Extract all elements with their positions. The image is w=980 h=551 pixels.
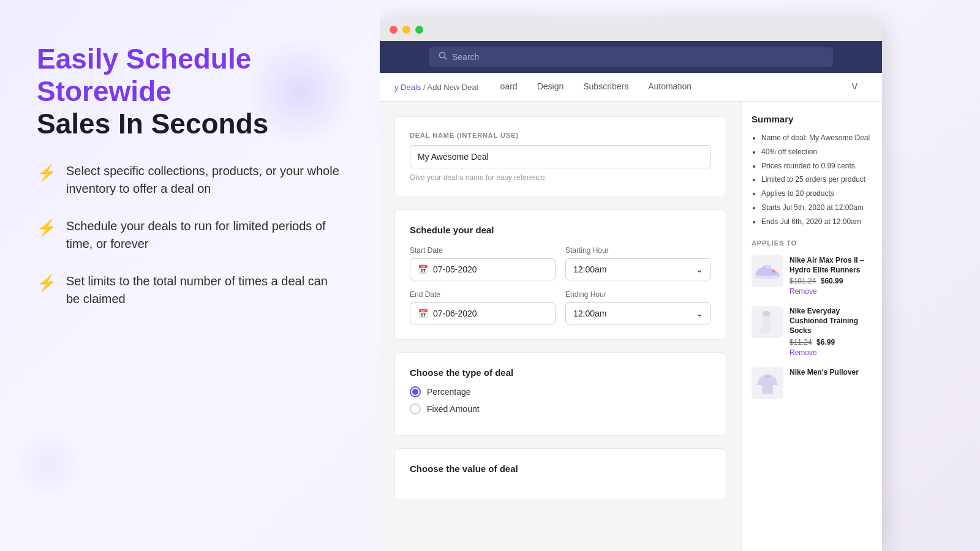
ending-hour-field: Ending Hour 12:00am ⌄ bbox=[565, 290, 711, 324]
browser-searchbar: Search bbox=[380, 41, 882, 73]
product-info-0: Nike Air Max Pros II – Hydro Elite Runne… bbox=[790, 255, 872, 296]
svg-point-2 bbox=[772, 269, 775, 272]
schedule-title: Schedule your deal bbox=[410, 225, 711, 235]
starting-hour-select[interactable]: 12:00am ⌄ bbox=[565, 258, 711, 280]
bolt-icon-3: ⚡ bbox=[37, 274, 56, 293]
browser-titlebar bbox=[380, 18, 882, 41]
feature-text-1: Select specific collections, products, o… bbox=[66, 162, 343, 198]
radio-fixed-amount[interactable]: Fixed Amount bbox=[410, 403, 711, 414]
tab-extra[interactable]: V bbox=[842, 73, 867, 101]
product-img-1 bbox=[752, 306, 783, 338]
remove-link-1[interactable]: Remove bbox=[790, 348, 817, 357]
bolt-icon-1: ⚡ bbox=[37, 163, 56, 182]
start-date-label: Start Date bbox=[410, 246, 556, 255]
bolt-icon-2: ⚡ bbox=[37, 219, 56, 238]
summary-item-2: Prices rounded to 0.99 cents. bbox=[761, 161, 872, 171]
window-minimize-button[interactable] bbox=[402, 26, 410, 34]
feature-text-3: Set limits to the total number of times … bbox=[66, 272, 343, 308]
end-date-field: End Date 📅 07-06-2020 bbox=[410, 290, 556, 324]
start-date-field: Start Date 📅 07-05-2020 bbox=[410, 246, 556, 280]
tab-automation[interactable]: Automation bbox=[638, 73, 701, 101]
ending-hour-label: Ending Hour bbox=[565, 290, 711, 299]
radio-label-percentage: Percentage bbox=[427, 387, 471, 397]
nav-tabs: oard Design Subscribers Automation bbox=[491, 73, 701, 101]
summary-sidebar: Summary Name of deal: My Awesome Deal 40… bbox=[741, 102, 882, 551]
summary-item-1: 40% off selection bbox=[761, 147, 872, 157]
product-name-0: Nike Air Max Pros II – Hydro Elite Runne… bbox=[790, 255, 872, 275]
deal-type-card: Choose the type of deal Percentage Fixed… bbox=[394, 352, 726, 436]
product-old-price-1: $11.24 bbox=[790, 338, 812, 347]
tab-board[interactable]: oard bbox=[491, 73, 527, 101]
left-panel: Easily Schedule Storewide Sales In Secon… bbox=[0, 0, 380, 551]
summary-item-0: Name of deal: My Awesome Deal bbox=[761, 133, 872, 143]
product-name-1: Nike Everyday Cushioned Training Socks bbox=[790, 306, 872, 336]
feature-text-2: Schedule your deals to run for limited p… bbox=[66, 217, 343, 253]
starting-hour-field: Starting Hour 12:00am ⌄ bbox=[565, 246, 711, 280]
date-grid: Start Date 📅 07-05-2020 Starting Hour 12… bbox=[410, 246, 711, 324]
feature-list: ⚡ Select specific collections, products,… bbox=[37, 162, 343, 308]
search-text: Search bbox=[452, 52, 479, 62]
product-item-1: Nike Everyday Cushioned Training Socks $… bbox=[752, 306, 872, 358]
radio-percentage[interactable]: Percentage bbox=[410, 386, 711, 397]
start-date-value: 07-05-2020 bbox=[433, 264, 477, 274]
deal-name-input[interactable] bbox=[410, 145, 711, 168]
feature-item-2: ⚡ Schedule your deals to run for limited… bbox=[37, 217, 343, 253]
product-item-0: Nike Air Max Pros II – Hydro Elite Runne… bbox=[752, 255, 872, 296]
tab-design[interactable]: Design bbox=[527, 73, 574, 101]
deal-name-label: DEAL NAME (INTERNAL USE) bbox=[410, 132, 711, 139]
product-img-0 bbox=[752, 255, 783, 287]
browser-nav: y Deals / Add New Deal oard Design Subsc… bbox=[380, 73, 882, 102]
chevron-down-icon-start: ⌄ bbox=[696, 264, 703, 274]
product-info-1: Nike Everyday Cushioned Training Socks $… bbox=[790, 306, 872, 358]
svg-point-0 bbox=[440, 53, 445, 58]
product-new-price-1: $6.99 bbox=[816, 338, 835, 347]
hero-title-dark: Sales In Seconds bbox=[37, 108, 268, 140]
deal-type-title: Choose the type of deal bbox=[410, 367, 711, 378]
summary-title: Summary bbox=[752, 114, 872, 124]
main-form: DEAL NAME (INTERNAL USE) Give your deal … bbox=[380, 102, 741, 551]
start-date-input[interactable]: 📅 07-05-2020 bbox=[410, 258, 556, 280]
browser-window: Search y Deals / Add New Deal oard Desig… bbox=[380, 18, 882, 551]
product-img-2 bbox=[752, 367, 783, 399]
remove-link-0[interactable]: Remove bbox=[790, 287, 817, 296]
svg-rect-4 bbox=[763, 311, 770, 316]
starting-hour-value: 12:00am bbox=[573, 264, 606, 274]
product-name-2: Nike Men's Pullover bbox=[790, 367, 872, 377]
hero-title: Easily Schedule Storewide Sales In Secon… bbox=[37, 43, 343, 140]
hero-title-purple: Easily Schedule Storewide bbox=[37, 43, 251, 107]
breadcrumb-current: Add New Deal bbox=[428, 83, 478, 92]
deal-name-card: DEAL NAME (INTERNAL USE) Give your deal … bbox=[394, 116, 726, 197]
product-old-price-0: $101.24 bbox=[790, 277, 816, 285]
pullover-svg bbox=[753, 369, 782, 397]
feature-item-3: ⚡ Set limits to the total number of time… bbox=[37, 272, 343, 308]
ending-hour-select[interactable]: 12:00am ⌄ bbox=[565, 302, 711, 324]
product-item-2: Nike Men's Pullover bbox=[752, 367, 872, 399]
right-panel: Search y Deals / Add New Deal oard Desig… bbox=[380, 0, 980, 551]
deal-name-hint: Give your deal a name for easy reference… bbox=[410, 173, 711, 182]
search-icon bbox=[439, 51, 447, 62]
window-maximize-button[interactable] bbox=[415, 26, 423, 34]
shoe-svg bbox=[752, 260, 783, 282]
starting-hour-label: Starting Hour bbox=[565, 246, 711, 255]
ending-hour-value: 12:00am bbox=[573, 309, 606, 318]
product-price-1: $11.24 $6.99 bbox=[790, 338, 872, 347]
breadcrumb-link[interactable]: y Deals bbox=[394, 83, 421, 92]
search-bar[interactable]: Search bbox=[429, 47, 833, 67]
product-new-price-0: $60.99 bbox=[821, 277, 843, 285]
radio-circle-percentage bbox=[410, 386, 421, 397]
schedule-card: Schedule your deal Start Date 📅 07-05-20… bbox=[394, 209, 726, 340]
chevron-down-icon-end: ⌄ bbox=[696, 309, 703, 318]
applies-to-label: APPLIES TO bbox=[752, 239, 872, 247]
window-close-button[interactable] bbox=[390, 26, 398, 34]
summary-item-5: Starts Jul 5th, 2020 at 12:00am bbox=[761, 203, 872, 213]
tab-subscribers[interactable]: Subscribers bbox=[573, 73, 638, 101]
summary-item-3: Limited to 25 orders per product bbox=[761, 174, 872, 185]
product-price-0: $101.24 $60.99 bbox=[790, 277, 872, 285]
browser-content: DEAL NAME (INTERNAL USE) Give your deal … bbox=[380, 102, 882, 551]
end-date-input[interactable]: 📅 07-06-2020 bbox=[410, 302, 556, 324]
end-date-value: 07-06-2020 bbox=[433, 309, 477, 318]
summary-item-4: Applies to 20 products bbox=[761, 189, 872, 199]
calendar-icon-start: 📅 bbox=[418, 264, 428, 274]
socks-svg bbox=[754, 309, 781, 335]
summary-list: Name of deal: My Awesome Deal 40% off se… bbox=[752, 133, 872, 227]
